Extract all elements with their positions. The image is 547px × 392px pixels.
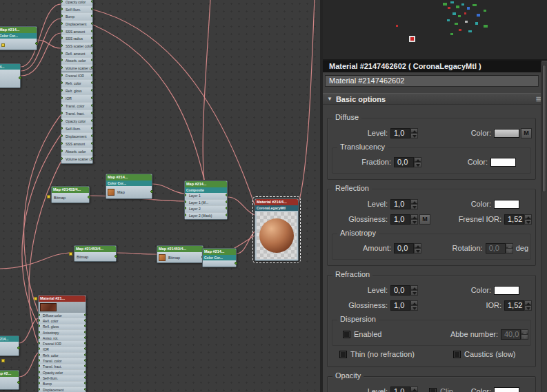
corona-material-node-title[interactable]: Material #214/4... [255,199,298,205]
refraction-level-value[interactable]: 0,0 [390,285,410,296]
output-socket[interactable] [84,324,86,327]
output-socket[interactable] [150,190,153,193]
corona-material-b[interactable]: Material #21...Diffuse colorRefl. colorR… [38,295,86,392]
output-socket[interactable] [17,347,20,349]
glossiness-spinner[interactable]: 1,0 [390,214,418,225]
output-socket[interactable] [91,96,92,99]
output-socket[interactable] [84,371,86,373]
input-socket[interactable] [61,52,63,54]
input-socket[interactable] [61,96,63,99]
output-socket[interactable] [91,127,92,130]
output-socket[interactable] [115,255,117,258]
input-socket[interactable] [61,89,63,92]
corona-inputs-b[interactable]: Fresnel IORRefr. colorRefr. glossIORTran… [61,72,93,164]
diffuse-level-value[interactable]: 1,0 [390,128,410,138]
spinner-down-icon[interactable] [524,219,532,225]
output-socket[interactable] [91,0,92,3]
composite-node-subtitle[interactable]: Composite [185,187,227,193]
spinner-down-icon[interactable] [410,133,418,138]
output-socket[interactable] [91,59,92,61]
input-socket[interactable] [61,149,63,152]
map-node-bl1-subtitle[interactable]: ...#214... [0,336,19,342]
spinner-up-icon[interactable] [524,214,532,220]
output-socket[interactable] [84,347,86,350]
output-socket[interactable] [84,319,86,322]
panel-scrollbar[interactable] [541,62,547,392]
node-wire[interactable] [19,318,38,343]
input-socket[interactable] [39,376,40,379]
rollout-basic-options[interactable]: ▼ Basic options ≣ [323,93,547,105]
output-socket[interactable] [84,342,86,344]
node-wire[interactable] [237,231,255,254]
spinner-up-icon[interactable] [410,128,418,134]
color-correct-c-subtitle[interactable]: Color Cor... [203,255,236,260]
map-socket[interactable] [34,297,37,300]
output-socket[interactable] [226,207,227,209]
output-socket[interactable] [84,364,86,367]
scrollbar-thumb[interactable] [542,65,546,192]
input-socket[interactable] [185,214,186,216]
map-socket[interactable] [1,43,5,47]
bitmap-a[interactable]: Map #21453/4...Bitmap [51,186,90,203]
enabled-checkbox[interactable] [343,331,350,338]
input-socket[interactable] [61,104,63,107]
opacity-level-spinner[interactable]: 1,0 [390,386,418,392]
ior-value[interactable]: 1,52 [504,300,524,311]
input-socket[interactable] [39,336,40,339]
corona-material-node[interactable]: Material #214/4...CoronaLegacyMtl [255,198,299,261]
corona-material-b-title[interactable]: Material #21... [39,296,86,302]
input-socket[interactable] [61,37,63,39]
output-socket[interactable] [91,104,92,107]
input-socket[interactable] [39,331,40,333]
input-socket[interactable] [61,8,63,10]
amount-value[interactable]: 0,0 [394,243,414,254]
color-correct-b[interactable]: Map #214...Color Cor...Map [106,174,152,199]
output-socket[interactable] [17,381,20,384]
spinner-down-icon[interactable] [410,204,418,209]
input-socket[interactable] [39,353,40,356]
bitmap-c-title[interactable]: Map #21453/4... [157,246,203,252]
spinner-down-icon[interactable] [524,305,532,311]
clip-checkbox[interactable] [429,388,437,392]
input-socket[interactable] [39,347,40,350]
input-socket[interactable] [61,157,63,160]
fresnel-ior-spinner[interactable]: 1,52 [504,214,532,225]
refraction-level-spinner[interactable]: 0,0 [390,285,418,296]
color-correct-c[interactable]: Map #214...Color Cor... [202,248,237,267]
output-socket[interactable] [226,200,227,203]
map-color-correct-a[interactable]: Map #214...Color Cor... [0,26,37,50]
output-socket[interactable] [91,119,92,122]
output-socket[interactable] [91,89,92,92]
corona-inputs-a[interactable]: Opacity colorSelf-Illum.BumpDisplacement… [61,0,93,73]
spinner-up-icon[interactable] [410,285,418,291]
node-canvas[interactable]: Opacity colorSelf-Illum.BumpDisplacement… [0,0,320,392]
refraction-glossiness-spinner[interactable]: 1,0 [390,300,418,311]
caustics-checkbox[interactable] [453,351,461,358]
map-color-correct-a-title[interactable]: Map #214... [0,27,37,33]
output-socket[interactable] [91,30,92,32]
spinner-up-icon[interactable] [410,386,418,392]
spinner-up-icon[interactable] [410,199,418,205]
bitmap-c[interactable]: Map #21453/4...Bitmap [157,245,203,263]
refraction-glossiness-value[interactable]: 1,0 [390,300,410,311]
opacity-color-swatch[interactable] [494,387,519,392]
bitmap-b[interactable]: Map #21453/4...Bitmap [74,245,117,262]
translucency-color-swatch[interactable] [490,158,516,167]
input-socket[interactable] [39,382,40,384]
map-node-bl1[interactable]: ...#214... [0,336,19,356]
input-socket[interactable] [185,200,186,203]
fraction-value[interactable]: 0,0 [394,157,414,167]
reflection-level-value[interactable]: 1,0 [390,199,410,209]
output-socket[interactable] [91,44,92,47]
output-socket[interactable] [88,196,90,198]
diffuse-color-map-button[interactable]: M [521,128,532,138]
composite-node-title[interactable]: Map #214... [185,181,227,187]
input-socket[interactable] [61,119,63,122]
output-socket[interactable] [84,359,86,362]
fraction-spinner[interactable]: 0,0 [394,157,421,167]
spinner-down-icon[interactable] [410,305,418,311]
input-socket[interactable] [185,207,186,209]
rotation-value[interactable]: 0,0 [486,243,506,254]
output-socket[interactable] [91,134,92,137]
spinner-up-icon[interactable] [414,243,421,249]
